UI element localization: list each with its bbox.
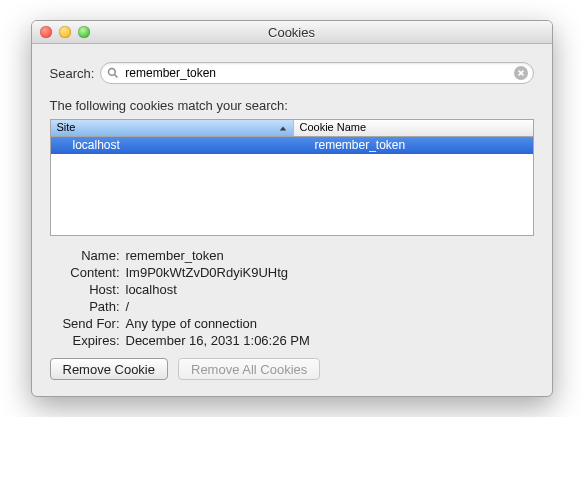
- clear-search-icon[interactable]: [514, 66, 528, 80]
- search-icon: [107, 67, 119, 79]
- match-text: The following cookies match your search:: [50, 98, 534, 113]
- svg-line-1: [115, 75, 118, 78]
- cell-cookie-name: remember_token: [309, 137, 533, 154]
- detail-value-expires: December 16, 2031 1:06:26 PM: [126, 333, 310, 348]
- search-row: Search:: [50, 62, 534, 84]
- window-controls: [40, 26, 90, 38]
- table-body: localhost remember_token: [51, 137, 533, 154]
- detail-value-send-for: Any type of connection: [126, 316, 258, 331]
- svg-point-0: [109, 69, 116, 76]
- detail-value-host: localhost: [126, 282, 177, 297]
- window-title: Cookies: [32, 25, 552, 40]
- table-header: Site Cookie Name: [51, 120, 533, 137]
- column-label: Site: [57, 121, 76, 133]
- detail-value-content: Im9P0kWtZvD0RdyiK9UHtg: [126, 265, 289, 280]
- sort-ascending-icon: [279, 123, 287, 135]
- detail-value-name: remember_token: [126, 248, 224, 263]
- search-field: [100, 62, 533, 84]
- detail-label-content: Content:: [50, 265, 120, 280]
- table-row[interactable]: localhost remember_token: [51, 137, 533, 154]
- button-row: Remove Cookie Remove All Cookies: [50, 358, 534, 380]
- detail-value-path: /: [126, 299, 130, 314]
- detail-label-path: Path:: [50, 299, 120, 314]
- column-header-cookie-name[interactable]: Cookie Name: [294, 120, 533, 137]
- detail-label-host: Host:: [50, 282, 120, 297]
- cookies-table: Site Cookie Name localhost remember_toke…: [50, 119, 534, 236]
- close-icon[interactable]: [40, 26, 52, 38]
- detail-label-name: Name:: [50, 248, 120, 263]
- column-header-site[interactable]: Site: [51, 120, 294, 137]
- detail-label-send-for: Send For:: [50, 316, 120, 331]
- remove-cookie-button[interactable]: Remove Cookie: [50, 358, 169, 380]
- search-label: Search:: [50, 66, 95, 81]
- search-input[interactable]: [100, 62, 533, 84]
- detail-label-expires: Expires:: [50, 333, 120, 348]
- cookies-window: Cookies Search: The following cookies ma…: [31, 20, 553, 397]
- cell-site: localhost: [51, 137, 309, 154]
- cookie-details: Name:remember_token Content:Im9P0kWtZvD0…: [50, 248, 534, 348]
- zoom-icon[interactable]: [78, 26, 90, 38]
- minimize-icon[interactable]: [59, 26, 71, 38]
- title-bar: Cookies: [32, 21, 552, 44]
- remove-all-cookies-button[interactable]: Remove All Cookies: [178, 358, 320, 380]
- column-label: Cookie Name: [300, 121, 367, 133]
- window-content: Search: The following cookies match your…: [32, 44, 552, 396]
